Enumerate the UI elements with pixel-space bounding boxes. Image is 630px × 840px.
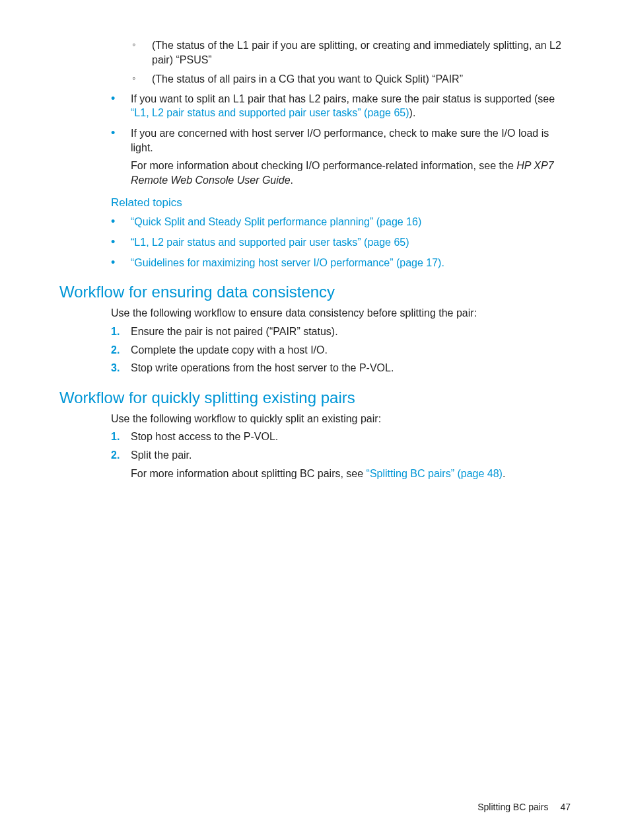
list-item: (The status of the L1 pair if you are sp…: [132, 38, 571, 67]
list-item: Stop host access to the P-VOL.: [111, 430, 571, 444]
list-item-subpara: For more information about splitting BC …: [131, 467, 571, 481]
step-text: Stop write operations from the host serv…: [131, 362, 394, 373]
list-item: Ensure the pair is not paired (“PAIR” st…: [111, 325, 571, 339]
list-item: If you are concerned with host server I/…: [111, 126, 571, 187]
list-item: “L1, L2 pair status and supported pair u…: [111, 235, 571, 250]
cross-ref-link[interactable]: “L1, L2 pair status and supported pair u…: [131, 237, 409, 248]
list-item-text: (The status of the L1 pair if you are sp…: [152, 40, 561, 65]
list-item: (The status of all pairs in a CG that yo…: [132, 72, 571, 87]
cross-ref-link[interactable]: “Splitting BC pairs” (page 48): [367, 468, 503, 479]
list-item-text: (The status of all pairs in a CG that yo…: [152, 73, 463, 85]
step-text: Complete the update copy with a host I/O…: [131, 344, 328, 356]
page-number: 47: [560, 802, 571, 812]
subpara-text: .: [291, 174, 293, 186]
list-item: Complete the update copy with a host I/O…: [111, 343, 571, 358]
section-intro: Use the following workflow to quickly sp…: [111, 412, 571, 426]
cross-ref-link[interactable]: “Quick Split and Steady Split performanc…: [131, 216, 421, 227]
list-item: Stop write operations from the host serv…: [111, 361, 571, 375]
step-text: Stop host access to the P-VOL.: [131, 431, 278, 442]
section-intro: Use the following workflow to ensure dat…: [111, 306, 571, 321]
list-item-subpara: For more information about checking I/O …: [131, 159, 571, 187]
list-item-text: If you want to split an L1 pair that has…: [131, 93, 555, 104]
footer-label: Splitting BC pairs: [477, 802, 548, 812]
related-topics-list: “Quick Split and Steady Split performanc…: [59, 215, 571, 270]
step-text: Split the pair.: [131, 449, 192, 461]
list-item-text: If you are concerned with host server I/…: [131, 128, 549, 153]
step-text: Ensure the pair is not paired (“PAIR” st…: [131, 326, 338, 337]
subpara-text: For more information about checking I/O …: [131, 160, 516, 171]
list-item: “Guidelines for maximizing host server I…: [111, 256, 571, 270]
subpara-text: For more information about splitting BC …: [131, 468, 367, 479]
section-heading: Workflow for ensuring data consistency: [59, 282, 571, 302]
related-topics-heading: Related topics: [111, 196, 571, 210]
list-item: “Quick Split and Steady Split performanc…: [111, 215, 571, 229]
list-item: If you want to split an L1 pair that has…: [111, 92, 571, 120]
cross-ref-link[interactable]: “Guidelines for maximizing host server I…: [131, 257, 444, 268]
subpara-text: .: [503, 468, 505, 479]
workflow-steps-list: Ensure the pair is not paired (“PAIR” st…: [59, 325, 571, 375]
cross-ref-link[interactable]: “L1, L2 pair status and supported pair u…: [131, 107, 409, 118]
section-heading: Workflow for quickly splitting existing …: [59, 387, 571, 408]
list-item-text: ).: [409, 107, 416, 118]
page-footer: Splitting BC pairs 47: [477, 802, 571, 812]
workflow-steps-list: Stop host access to the P-VOL. Split the…: [59, 430, 571, 480]
continued-sub-list: (The status of the L1 pair if you are sp…: [59, 38, 571, 87]
continued-bullet-list: If you want to split an L1 pair that has…: [59, 92, 571, 188]
list-item: Split the pair. For more information abo…: [111, 448, 571, 480]
